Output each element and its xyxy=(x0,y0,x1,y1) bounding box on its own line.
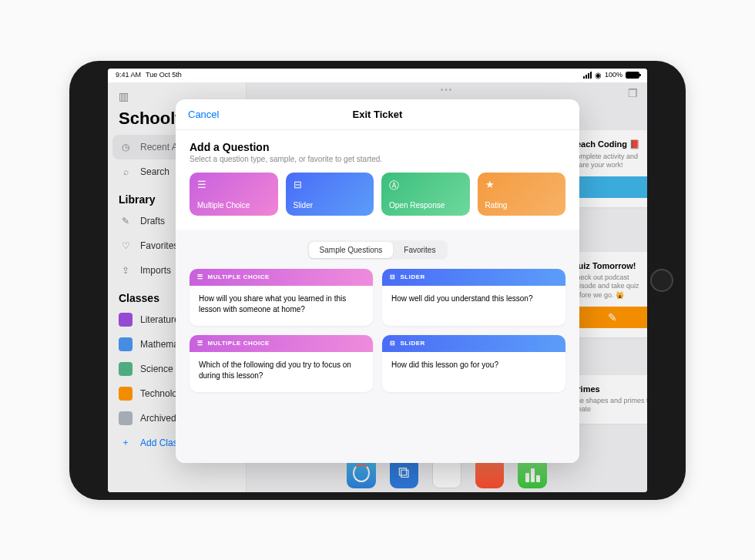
text-icon: Ⓐ xyxy=(389,179,462,193)
battery-icon xyxy=(626,72,639,79)
sample-question-4[interactable]: ⊟SLIDER How did this lesson go for you? xyxy=(382,335,565,392)
sample-question-1[interactable]: ☰MULTIPLE CHOICE How will you share what… xyxy=(190,269,373,326)
tab-favorites[interactable]: Favorites xyxy=(393,242,446,258)
status-bar: 9:41 AM Tue Oct 5th ◉ 100% xyxy=(108,69,647,82)
type-multiple-choice[interactable]: ☰Multiple Choice xyxy=(190,173,278,216)
exit-ticket-modal: Cancel Exit Ticket Add a Question Select… xyxy=(176,99,579,463)
add-question-title: Add a Question xyxy=(190,141,565,153)
add-question-subtitle: Select a question type, sample, or favor… xyxy=(190,155,565,163)
home-button[interactable] xyxy=(650,269,673,292)
ipad-frame: 9:41 AM Tue Oct 5th ◉ 100% ▥ Schoolwork … xyxy=(69,61,686,500)
sample-question-3[interactable]: ☰MULTIPLE CHOICE Which of the following … xyxy=(190,335,373,392)
signal-icon xyxy=(583,72,592,79)
slider-icon: ⊟ xyxy=(294,179,367,190)
list-icon: ☰ xyxy=(197,340,203,347)
slider-icon: ⊟ xyxy=(390,273,396,280)
status-time: 9:41 AM xyxy=(116,71,141,79)
tab-sample-questions[interactable]: Sample Questions xyxy=(309,242,394,258)
type-rating[interactable]: ★Rating xyxy=(478,173,566,216)
sample-question-2[interactable]: ⊟SLIDER How well did you understand this… xyxy=(382,269,565,326)
battery-pct: 100% xyxy=(605,71,622,79)
screen: 9:41 AM Tue Oct 5th ◉ 100% ▥ Schoolwork … xyxy=(108,69,647,492)
type-open-response[interactable]: ⒶOpen Response xyxy=(381,173,470,216)
type-slider[interactable]: ⊟Slider xyxy=(286,173,374,216)
modal-header: Cancel Exit Ticket xyxy=(176,99,579,130)
star-icon: ★ xyxy=(485,179,559,190)
slider-icon: ⊟ xyxy=(390,340,396,347)
status-date: Tue Oct 5th xyxy=(146,71,182,79)
modal-title: Exit Ticket xyxy=(353,109,403,120)
list-icon: ☰ xyxy=(197,179,270,190)
wifi-icon: ◉ xyxy=(595,71,602,79)
segmented-control: Sample Questions Favorites xyxy=(307,240,448,260)
cancel-button[interactable]: Cancel xyxy=(188,109,219,120)
list-icon: ☰ xyxy=(197,273,203,280)
